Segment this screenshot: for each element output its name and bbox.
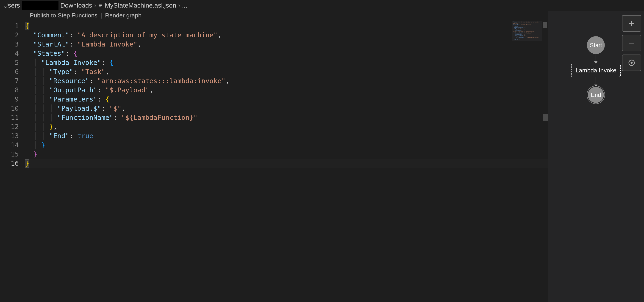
breadcrumb-item-more[interactable]: ... xyxy=(182,2,187,9)
line-number: 8 xyxy=(0,85,19,95)
line-number: 9 xyxy=(0,95,19,104)
main-container: Publish to Step Functions | Render graph… xyxy=(0,11,644,302)
graph-panel: Start Lambda Invoke End xyxy=(548,11,644,302)
graph-task-node[interactable]: Lambda Invoke xyxy=(571,64,621,77)
line-number: 13 xyxy=(0,131,19,140)
editor-panel: Publish to Step Functions | Render graph… xyxy=(0,11,548,302)
plus-icon xyxy=(628,19,636,27)
code-content[interactable]: { "Comment": "A description of my state … xyxy=(25,21,548,302)
code-resource-key: Resource xyxy=(53,77,85,85)
target-icon xyxy=(628,59,636,67)
zoom-out-button[interactable] xyxy=(622,35,641,51)
scrollbar-thumb[interactable] xyxy=(543,22,547,28)
graph-start-node[interactable]: Start xyxy=(587,36,605,54)
center-button[interactable] xyxy=(622,54,641,71)
line-number: 2 xyxy=(0,30,19,40)
minus-icon xyxy=(628,39,636,47)
breadcrumb: Users Downloads › MyStateMachine.asl.jso… xyxy=(0,0,644,11)
line-number: 12 xyxy=(0,122,19,131)
line-number: 15 xyxy=(0,150,19,159)
code-payload-key: Payload.$ xyxy=(61,104,97,112)
breadcrumb-item-downloads[interactable]: Downloads xyxy=(60,2,92,9)
chevron-right-icon: › xyxy=(94,2,96,9)
svg-point-7 xyxy=(631,62,632,63)
code-type-key: Type xyxy=(53,68,69,76)
line-number: 14 xyxy=(0,140,19,150)
graph-arrow xyxy=(594,54,598,64)
json-file-icon xyxy=(98,3,103,8)
code-state-name: Lambda Invoke xyxy=(45,59,97,66)
code-startat-value: Lambda Invoke xyxy=(81,40,133,48)
line-number: 11 xyxy=(0,113,19,122)
graph-diagram: Start Lambda Invoke End xyxy=(571,36,621,103)
code-end-key: End xyxy=(53,132,65,140)
scrollbar-marker[interactable] xyxy=(543,114,548,121)
line-number: 6 xyxy=(0,67,19,76)
breadcrumb-item-users[interactable]: Users xyxy=(3,2,20,9)
line-number: 5 xyxy=(0,58,19,67)
line-gutter: 1 2 3 4 5 6 7 8 9 10 11 12 13 14 15 16 xyxy=(0,21,25,302)
code-functionname-value: ${LambdaFunction} xyxy=(126,114,194,121)
render-graph-link[interactable]: Render graph xyxy=(105,12,142,19)
line-number: 3 xyxy=(0,40,19,49)
line-number: 16 xyxy=(0,159,19,168)
minimap[interactable]: "Comment": "A description of my state ma… xyxy=(512,21,542,41)
graph-arrow xyxy=(594,77,598,87)
code-states-key: States xyxy=(37,49,61,57)
code-parameters-key: Parameters xyxy=(53,95,93,103)
chevron-right-icon: › xyxy=(178,2,180,9)
publish-link[interactable]: Publish to Step Functions xyxy=(30,12,98,19)
line-number: 7 xyxy=(0,76,19,85)
graph-controls xyxy=(622,15,641,71)
code-type-value: Task xyxy=(85,68,101,76)
code-outputpath-value: $.Payload xyxy=(110,86,146,94)
code-editor[interactable]: 1 2 3 4 5 6 7 8 9 10 11 12 13 14 15 16 {… xyxy=(0,21,548,302)
zoom-in-button[interactable] xyxy=(622,15,641,32)
action-separator: | xyxy=(100,12,102,19)
code-comment-value: A description of my state machine xyxy=(81,31,213,39)
scrollbar-track[interactable] xyxy=(543,20,548,302)
line-number: 1 xyxy=(0,21,19,30)
graph-end-node[interactable]: End xyxy=(588,87,604,103)
breadcrumb-item-file[interactable]: MyStateMachine.asl.json xyxy=(105,2,176,9)
line-number: 4 xyxy=(0,49,19,58)
code-payload-value: $ xyxy=(113,104,117,112)
code-functionname-key: FunctionName xyxy=(61,114,110,121)
code-end-value: true xyxy=(77,132,93,140)
redacted-segment xyxy=(22,1,58,10)
code-resource-value: arn:aws:states:::lambda:invoke xyxy=(101,77,222,85)
line-number: 10 xyxy=(0,104,19,113)
code-outputpath-key: OutputPath xyxy=(53,86,93,94)
code-lens-bar: Publish to Step Functions | Render graph xyxy=(0,11,548,21)
